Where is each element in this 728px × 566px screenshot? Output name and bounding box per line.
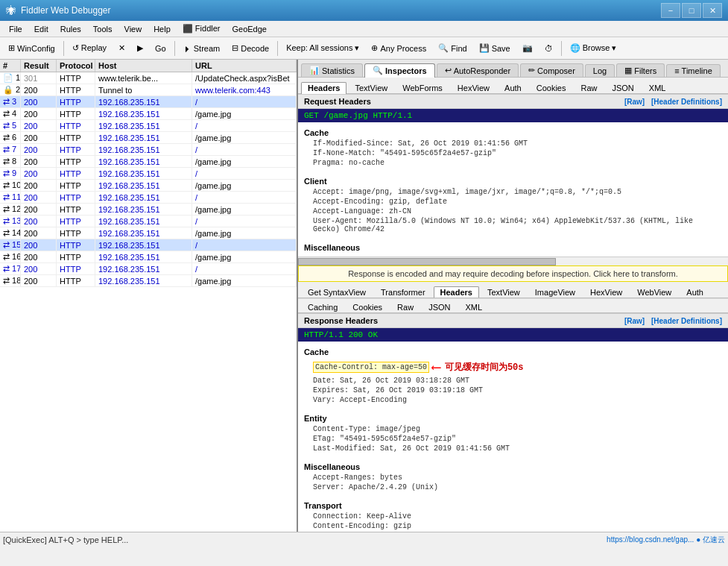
response-subtab-webview[interactable]: WebView	[630, 286, 678, 298]
sub-tab-raw[interactable]: Raw	[574, 82, 604, 93]
tab-autoresponder[interactable]: ↩ AutoResponder	[437, 63, 519, 77]
response-subtab-syntaxview[interactable]: Get SyntaxView	[301, 286, 373, 298]
table-row[interactable]: ⇄ 14 200 HTTP 192.168.235.151 /game.jpg	[0, 227, 297, 239]
response-raw-link[interactable]: [Raw]	[624, 317, 645, 325]
decode-button[interactable]: ⊟ Decode	[227, 40, 274, 57]
save-button[interactable]: 💾 Save	[474, 40, 516, 57]
menu-tools[interactable]: Tools	[87, 21, 118, 37]
response-subtab-xml[interactable]: XML	[458, 301, 489, 312]
menu-rules[interactable]: Rules	[54, 21, 87, 37]
go-button[interactable]: Go	[150, 40, 171, 57]
response-subtab-hexview[interactable]: HexView	[583, 286, 629, 298]
sub-tab-json[interactable]: JSON	[605, 82, 640, 93]
table-row[interactable]: 🔒 2 200 HTTP Tunnel to www.telerik.com:4…	[0, 84, 297, 96]
cell-protocol: HTTP	[57, 180, 95, 191]
sub-tab-auth[interactable]: Auth	[498, 82, 528, 93]
cache-control-value: Cache-Control: max-age=50	[313, 362, 429, 373]
tab-filters[interactable]: ▦ Filters	[616, 63, 665, 77]
cell-host: 192.168.235.151	[95, 144, 192, 155]
notice-bar[interactable]: Response is encoded and may require deco…	[298, 265, 728, 282]
response-subtab-imageview[interactable]: ImageView	[528, 286, 582, 298]
table-row[interactable]: ⇄ 18 200 HTTP 192.168.235.151 /game.jpg	[0, 275, 297, 287]
keep-dropdown[interactable]: Keep: All sessions ▾	[281, 40, 364, 57]
sub-tab-xml[interactable]: XML	[642, 82, 673, 93]
table-row[interactable]: ⇄ 13 200 HTTP 192.168.235.151 /	[0, 216, 297, 227]
minimize-button[interactable]: −	[661, 3, 680, 18]
horizontal-scrollbar[interactable]	[298, 257, 728, 265]
table-row[interactable]: ⇄ 10 200 HTTP 192.168.235.151 /game.jpg	[0, 180, 297, 192]
process-dropdown[interactable]: ⊕ Any Process	[366, 40, 431, 57]
table-row[interactable]: ⇄ 9 200 HTTP 192.168.235.151 /	[0, 168, 297, 180]
replay-button[interactable]: ↺ Replay	[67, 40, 112, 57]
response-subtab-auth[interactable]: Auth	[680, 286, 710, 298]
menu-edit[interactable]: Edit	[28, 21, 54, 37]
cell-protocol: HTTP	[57, 239, 95, 251]
cell-url: /	[192, 120, 297, 131]
menu-geoedge[interactable]: GeoEdge	[226, 21, 272, 37]
menu-help[interactable]: Help	[148, 21, 177, 37]
cell-host: 192.168.235.151	[95, 239, 192, 251]
sub-tab-textview[interactable]: TextView	[348, 82, 394, 93]
save-icon: 💾	[479, 43, 490, 53]
cell-host: 192.168.235.151	[95, 263, 192, 274]
stream-button[interactable]: ⏵ Stream	[178, 40, 225, 57]
statistics-label: Statistics	[322, 66, 355, 75]
request-client-group: Client Accept: image/png, image/svg+xml,…	[298, 171, 728, 237]
resume-button[interactable]: ▶	[132, 40, 148, 57]
table-row[interactable]: ⇄ 3 200 HTTP 192.168.235.151 /	[0, 96, 297, 108]
table-row[interactable]: 📄 1 301 HTTP www.telerik.be... /UpdateCh…	[0, 72, 297, 84]
table-row[interactable]: ⇄ 11 200 HTTP 192.168.235.151 /	[0, 192, 297, 204]
tab-composer[interactable]: ✏ Composer	[520, 63, 583, 77]
table-row[interactable]: ⇄ 7 200 HTTP 192.168.235.151 /	[0, 144, 297, 156]
response-subtab-json[interactable]: JSON	[422, 301, 457, 312]
table-row[interactable]: ⇄ 15 200 HTTP 192.168.235.151 /	[0, 239, 297, 251]
browse-button[interactable]: 🌐 Browse ▾	[565, 40, 622, 57]
timer-button[interactable]: ⏱	[539, 40, 558, 57]
screenshot-icon: 📷	[522, 43, 533, 53]
response-subtab-raw[interactable]: Raw	[390, 301, 420, 312]
find-button[interactable]: 🔍 Find	[433, 40, 472, 57]
tab-log[interactable]: Log	[585, 64, 615, 77]
winconfig-button[interactable]: ⊞ WinConfig	[3, 40, 60, 57]
table-row[interactable]: ⇄ 17 200 HTTP 192.168.235.151 /	[0, 263, 297, 275]
sessions-panel: # Result Protocol Host URL 📄 1 301 HTTP …	[0, 60, 298, 532]
sub-tab-cookies[interactable]: Cookies	[530, 82, 573, 93]
list-item: Connection: Keep-Alive	[304, 512, 722, 521]
maximize-button[interactable]: □	[682, 3, 701, 18]
header-def-link[interactable]: [Header Definitions]	[651, 98, 722, 106]
sub-tab-webforms[interactable]: WebForms	[396, 82, 449, 93]
menu-file[interactable]: File	[3, 21, 28, 37]
keep-label: Keep: All sessions ▾	[286, 43, 359, 53]
table-row[interactable]: ⇄ 4 200 HTTP 192.168.235.151 /game.jpg	[0, 108, 297, 120]
tab-inspectors[interactable]: 🔍 Inspectors	[364, 63, 435, 78]
menu-fiddler[interactable]: ⬛ Fiddler	[177, 21, 227, 37]
table-row[interactable]: ⇄ 16 200 HTTP 192.168.235.151 /game.jpg	[0, 251, 297, 263]
menu-view[interactable]: View	[118, 21, 148, 37]
cell-protocol: HTTP	[57, 216, 95, 227]
response-subtab-cookies[interactable]: Cookies	[346, 301, 389, 312]
process-icon: ⊕	[371, 43, 378, 53]
close-button[interactable]: ✕	[703, 3, 722, 18]
tab-timeline[interactable]: ≡ Timeline	[666, 64, 721, 77]
response-subtab-caching[interactable]: Caching	[301, 301, 344, 312]
table-row[interactable]: ⇄ 5 200 HTTP 192.168.235.151 /	[0, 120, 297, 132]
response-subtab-textview[interactable]: TextView	[481, 286, 527, 298]
tab-statistics[interactable]: 📊 Statistics	[301, 63, 363, 77]
replay-label: ↺ Replay	[72, 43, 107, 53]
cell-result: 200	[21, 263, 57, 274]
raw-link[interactable]: [Raw]	[624, 98, 645, 106]
list-item: Expires: Sat, 26 Oct 2019 03:19:18 GMT	[304, 386, 722, 395]
screenshot-button[interactable]: 📷	[517, 40, 538, 57]
clear-button[interactable]: ✕	[113, 40, 130, 57]
sub-tab-headers[interactable]: Headers	[301, 82, 346, 94]
cell-protocol: HTTP	[57, 156, 95, 167]
cell-protocol: HTTP	[57, 192, 95, 203]
sub-tab-hexview[interactable]: HexView	[451, 82, 496, 93]
annotation-arrow: ⟵	[432, 359, 440, 375]
response-header-def-link[interactable]: [Header Definitions]	[651, 317, 722, 325]
table-row[interactable]: ⇄ 12 200 HTTP 192.168.235.151 /game.jpg	[0, 204, 297, 216]
response-subtab-transformer[interactable]: Transformer	[374, 286, 432, 298]
response-subtab-headers[interactable]: Headers	[434, 286, 479, 298]
table-row[interactable]: ⇄ 6 200 HTTP 192.168.235.151 /game.jpg	[0, 132, 297, 144]
table-row[interactable]: ⇄ 8 200 HTTP 192.168.235.151 /game.jpg	[0, 156, 297, 168]
